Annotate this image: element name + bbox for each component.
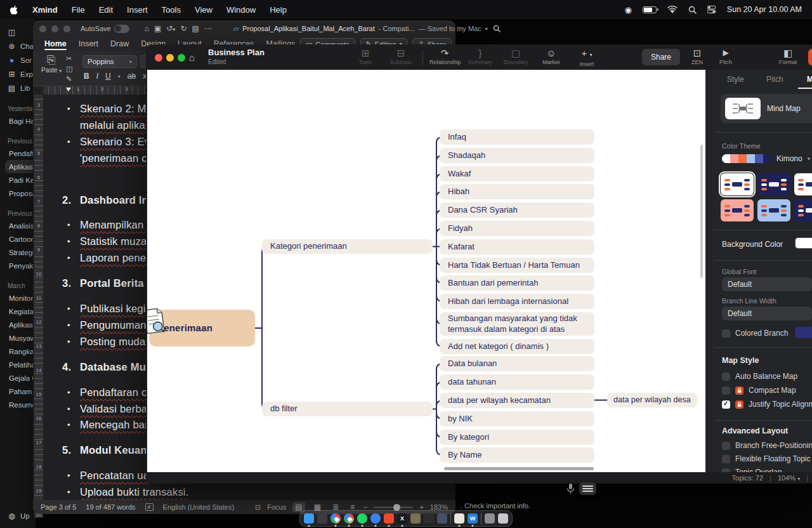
spotlight-icon[interactable] bbox=[688, 6, 697, 14]
microphone-icon[interactable] bbox=[566, 483, 575, 495]
format-panel-button[interactable]: ◧Format bbox=[774, 47, 802, 65]
tab-insert[interactable]: Insert bbox=[79, 37, 98, 51]
page-indicator[interactable]: Page 3 of 5 bbox=[41, 503, 76, 511]
copy-icon[interactable]: ◫ bbox=[66, 65, 72, 73]
advanced-branch-free-positioning[interactable]: Branch Free-Positioning bbox=[722, 441, 812, 450]
autosave-toggle[interactable] bbox=[114, 25, 129, 33]
word-zoom-button[interactable] bbox=[63, 25, 70, 32]
word-minimize-button[interactable] bbox=[51, 25, 58, 32]
menu-view[interactable]: View bbox=[195, 5, 213, 15]
sidebar-chat-item[interactable]: Aplikasi bbox=[5, 160, 36, 173]
sidebar-chat-item[interactable]: Penyakit bbox=[8, 259, 36, 272]
central-topic[interactable]: Penerimaan bbox=[149, 310, 255, 346]
word-count[interactable]: 19 of 487 words bbox=[86, 503, 135, 511]
subtopic[interactable]: Kafarat bbox=[440, 239, 594, 254]
sidebar-item-sor[interactable]: ●Sor bbox=[8, 53, 36, 67]
dock-icon-chrome[interactable] bbox=[331, 513, 341, 524]
sidebar-chat-item[interactable]: Resume bbox=[8, 398, 36, 411]
menu-tools[interactable]: Tools bbox=[162, 5, 181, 15]
sidebar-chat-item[interactable]: Gejala bbox=[8, 371, 36, 385]
subtopic[interactable]: data per wilayah kecamatan bbox=[440, 393, 594, 408]
menubar-clock[interactable]: Sun 20 Apr 10.00 AM bbox=[727, 5, 802, 14]
xmind-home-icon[interactable]: ⌂ bbox=[189, 52, 195, 63]
colored-branch-row[interactable]: Colored Branch bbox=[722, 329, 788, 338]
sidebar-toggle-icon[interactable]: ◫ bbox=[8, 25, 36, 39]
sidebar-upgrade-item[interactable]: ◍ Up bbox=[8, 509, 30, 523]
theme-thumbnail-2[interactable] bbox=[757, 173, 790, 195]
sidebar-chat-item[interactable]: Aplikasi bbox=[8, 318, 36, 331]
subtopic[interactable]: By Name bbox=[440, 447, 594, 463]
subtopic[interactable]: Infaq bbox=[440, 129, 594, 145]
saved-status[interactable]: — Saved to my Mac bbox=[419, 25, 481, 32]
xmind-close-button[interactable] bbox=[155, 54, 162, 62]
canvas-horizontal-scrollbar[interactable] bbox=[444, 467, 594, 470]
underline-button[interactable]: U bbox=[105, 72, 111, 81]
bold-button[interactable]: B bbox=[84, 72, 89, 81]
subtopic[interactable]: By kategori bbox=[440, 430, 594, 445]
subtopic[interactable]: Bantuan dari pemerintah bbox=[440, 275, 594, 291]
subtopic[interactable]: Hibah dari lembaga internasional bbox=[440, 294, 594, 309]
checkbox[interactable] bbox=[722, 400, 730, 409]
advanced-topic-overlap[interactable]: Topic Overlap bbox=[722, 468, 782, 472]
subtopic[interactable]: Shadaqah bbox=[440, 148, 594, 163]
colored-branch-checkbox[interactable] bbox=[722, 329, 730, 338]
control-center-icon[interactable] bbox=[707, 6, 716, 13]
dock-icon-minimized-window[interactable] bbox=[485, 513, 495, 524]
theme-thumbnail-4[interactable] bbox=[721, 199, 754, 221]
save-icon[interactable]: ▣ bbox=[154, 24, 161, 33]
panel-tab-style[interactable]: Style bbox=[727, 75, 744, 84]
insert-button[interactable]: + ▾Insert bbox=[572, 47, 602, 67]
vertical-ruler[interactable]: 34567891011121314151617181920 bbox=[34, 95, 43, 500]
wifi-icon[interactable] bbox=[667, 6, 678, 13]
background-color-swatch[interactable] bbox=[795, 237, 812, 249]
menubar-app-name[interactable]: Xmind bbox=[32, 5, 58, 15]
canvas-zoom-level[interactable]: 104% ▾ bbox=[778, 474, 800, 482]
input-source-button[interactable] bbox=[579, 482, 596, 495]
menu-insert[interactable]: Insert bbox=[127, 5, 148, 15]
dock-icon-safari[interactable] bbox=[370, 513, 381, 524]
pitch-mode-button[interactable]: ▶Pitch bbox=[714, 47, 737, 65]
sidebar-chat-item[interactable]: Bagi Has bbox=[8, 114, 36, 128]
mindmap-canvas[interactable]: PenerimaanKategori penerimaandb filterIn… bbox=[147, 70, 705, 472]
subtopic[interactable]: Harta Tidak Bertuan / Harta Temuan bbox=[440, 258, 594, 273]
sidebar-chat-item[interactable]: Padi Ken bbox=[8, 173, 36, 187]
branch-topic-kategori-penerimaan[interactable]: Kategori penerimaan bbox=[262, 239, 433, 254]
canvas-vertical-scrollbar[interactable] bbox=[700, 145, 703, 278]
word-close-button[interactable] bbox=[39, 25, 46, 32]
dock-icon-capcut[interactable] bbox=[424, 513, 434, 524]
xmind-zoom-button[interactable] bbox=[178, 54, 185, 62]
xmind-doc-title[interactable]: Business Plan bbox=[208, 48, 265, 57]
sidebar-chat-item[interactable]: Cartoon bbox=[8, 232, 36, 246]
panel-tab-map[interactable]: Map bbox=[807, 75, 812, 84]
menu-window[interactable]: Window bbox=[226, 5, 256, 15]
strikethrough-button[interactable]: ab bbox=[128, 72, 136, 81]
dock-icon-red-app[interactable] bbox=[384, 513, 394, 524]
map-style-auto-balance-map[interactable]: Auto Balance Map bbox=[722, 372, 797, 381]
sidebar-chat-item[interactable]: Strategi bbox=[8, 246, 36, 259]
font-name-select[interactable]: Poppins▾ bbox=[82, 55, 137, 68]
checkbox[interactable] bbox=[722, 386, 730, 395]
proofing-errors-icon[interactable]: ✗ bbox=[145, 503, 154, 511]
sidebar-chat-item[interactable]: Analisis bbox=[8, 219, 36, 232]
italic-button[interactable]: I bbox=[96, 72, 98, 81]
subtopic[interactable]: data tahunan bbox=[440, 374, 594, 390]
autosave-control[interactable]: AutoSave bbox=[81, 25, 129, 33]
map-style-justify-topic-alignment[interactable]: Justify Topic Alignment bbox=[722, 400, 812, 409]
menu-help[interactable]: Help bbox=[270, 5, 287, 15]
focus-icon[interactable]: ⊡ bbox=[255, 503, 261, 512]
subtopic[interactable]: Fidyah bbox=[440, 221, 594, 236]
subtopic[interactable]: Sumbangan masyarakat yang tidak termasuk… bbox=[440, 312, 594, 336]
subtopic[interactable]: Dana CSR Syariah bbox=[440, 202, 594, 218]
dock-icon-trash[interactable] bbox=[498, 513, 508, 524]
more-commands-icon[interactable]: ⋯ bbox=[204, 24, 212, 33]
subtopic-grandchild[interactable]: data per wilayah desa bbox=[607, 393, 697, 407]
tab-draw[interactable]: Draw bbox=[110, 37, 129, 51]
cut-icon[interactable]: ✂ bbox=[66, 55, 72, 63]
dock-icon-chrome-profile-2[interactable] bbox=[344, 513, 354, 524]
sidebar-item-exp[interactable]: ⊞Exp bbox=[8, 67, 36, 81]
panel-tab-pitch[interactable]: Pitch bbox=[766, 75, 783, 84]
titlebar-search-icon[interactable] bbox=[493, 25, 501, 32]
theme-thumbnail-5[interactable] bbox=[757, 199, 790, 221]
structure-card[interactable]: Mind Map bbox=[721, 94, 812, 123]
xmind-minimize-button[interactable] bbox=[166, 54, 174, 62]
